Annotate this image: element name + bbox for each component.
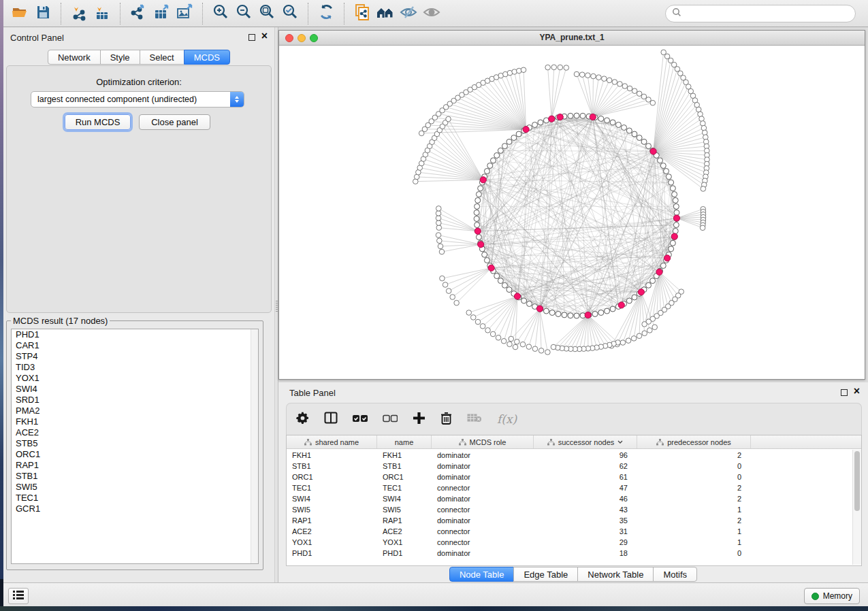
tab-edge-table[interactable]: Edge Table	[513, 567, 578, 582]
toolbar-separator	[344, 3, 344, 24]
eye-slash-icon	[399, 3, 418, 24]
cell-successor-nodes: 96	[534, 451, 637, 459]
import-table-icon	[93, 3, 111, 24]
show-columns-button[interactable]	[324, 412, 338, 427]
scrollbar-thumb[interactable]	[854, 451, 860, 511]
list-item[interactable]: TID3	[12, 362, 258, 373]
memory-button[interactable]: Memory	[804, 588, 860, 604]
search-box[interactable]	[665, 5, 856, 22]
refresh-button[interactable]	[315, 3, 338, 24]
cell-name: PHD1	[377, 549, 432, 557]
import-network-button[interactable]	[67, 3, 91, 24]
open-session-button[interactable]	[8, 3, 31, 24]
network-window-title: YPA_prune.txt_1	[279, 33, 865, 42]
criterion-dropdown[interactable]: largest connected component (undirected)	[31, 91, 244, 108]
export-table-button[interactable]	[150, 3, 173, 24]
list-item[interactable]: TEC1	[12, 493, 258, 503]
list-item[interactable]: PMA2	[12, 406, 258, 416]
close-panel-button[interactable]: Close panel	[139, 114, 210, 130]
sitemap-icon	[459, 439, 466, 446]
create-column-button[interactable]	[413, 412, 425, 427]
export-table-icon	[152, 3, 170, 24]
column-header-filler	[751, 435, 861, 448]
table-row[interactable]: SWI4SWI4dominator462	[287, 493, 852, 504]
cell-predecessor-nodes: 1	[637, 506, 751, 514]
network-canvas[interactable]	[279, 46, 865, 379]
tab-network[interactable]: Network	[48, 50, 101, 65]
search-input[interactable]	[682, 7, 855, 20]
table-row[interactable]: ORC1ORC1dominator610	[287, 472, 852, 482]
toolbar-separator	[308, 3, 308, 24]
table-row[interactable]: TEC1TEC1connector472	[287, 482, 852, 493]
automation-panel-button[interactable]	[8, 588, 29, 604]
list-item[interactable]: SRD1	[12, 395, 258, 406]
delete-column-button[interactable]	[440, 412, 452, 427]
zoom-in-button[interactable]	[209, 3, 232, 24]
table-settings-button[interactable]	[296, 412, 309, 427]
optimization-criterion-label: Optimization criterion:	[7, 77, 271, 87]
cell-name: ORC1	[377, 473, 432, 481]
column-header-mcds-role[interactable]: MCDS role	[432, 435, 534, 448]
first-neighbors-button[interactable]	[374, 3, 397, 24]
tab-motifs[interactable]: Motifs	[653, 567, 697, 582]
close-icon[interactable]: ×	[854, 385, 860, 397]
hide-selected-button[interactable]	[397, 3, 420, 24]
float-window-icon[interactable]	[248, 34, 255, 41]
table-row[interactable]: SWI5SWI5connector431	[287, 504, 852, 515]
cell-mcds-role: dominator	[432, 462, 534, 470]
list-item[interactable]: RAP1	[12, 460, 258, 471]
import-table-button[interactable]	[91, 3, 114, 24]
column-header-predecessor-nodes[interactable]: predecessor nodes	[637, 435, 751, 448]
checked-boxes-icon	[353, 413, 368, 425]
list-item[interactable]: CAR1	[12, 340, 258, 351]
list-item[interactable]: PHD1	[12, 329, 258, 340]
cell-shared-name: RAP1	[287, 516, 377, 525]
save-session-button[interactable]	[31, 3, 54, 24]
list-item[interactable]: ACE2	[12, 427, 258, 438]
node-table: shared name name MCDS role successor nod…	[286, 435, 862, 566]
run-mcds-button[interactable]: Run MCDS	[65, 114, 131, 130]
list-item[interactable]: SWI4	[12, 384, 258, 395]
select-all-button[interactable]	[353, 413, 368, 425]
houses-icon	[376, 3, 395, 24]
table-row[interactable]: ACE2ACE2connector311	[287, 526, 852, 537]
cell-shared-name: SWI4	[287, 495, 377, 503]
tab-network-table[interactable]: Network Table	[577, 567, 654, 582]
mcds-result-list[interactable]: PHD1CAR1STP4TID3YOX1SWI4SRD1PMA2FKH1ACE2…	[11, 329, 259, 564]
network-window-titlebar[interactable]: YPA_prune.txt_1	[279, 31, 865, 46]
list-item[interactable]: STB1	[12, 471, 258, 482]
list-item[interactable]: FKH1	[12, 416, 258, 427]
tab-style[interactable]: Style	[100, 50, 140, 65]
zoom-selected-icon	[281, 3, 299, 24]
zoom-selected-button[interactable]	[278, 3, 302, 24]
mcds-list-scrollbar[interactable]	[251, 329, 258, 563]
export-network-button[interactable]	[127, 3, 150, 24]
list-item[interactable]: STB5	[12, 438, 258, 449]
list-item[interactable]: SWI5	[12, 482, 258, 493]
zoom-out-button[interactable]	[232, 3, 255, 24]
list-item[interactable]: ORC1	[12, 449, 258, 460]
export-image-button[interactable]	[173, 3, 196, 24]
deselect-all-button[interactable]	[383, 413, 398, 425]
table-scrollbar[interactable]	[852, 450, 861, 565]
show-all-button[interactable]	[420, 3, 443, 24]
column-header-successor-nodes[interactable]: successor nodes	[534, 435, 637, 448]
table-row[interactable]: STB1STB1dominator620	[287, 461, 852, 472]
table-row[interactable]: RAP1RAP1dominator352	[287, 515, 852, 526]
share-session-button[interactable]	[351, 3, 374, 24]
cell-successor-nodes: 47	[534, 484, 637, 492]
tab-mcds[interactable]: MCDS	[184, 50, 230, 65]
table-row[interactable]: YOX1YOX1connector291	[287, 537, 852, 548]
tab-select[interactable]: Select	[140, 50, 184, 65]
list-item[interactable]: GCR1	[12, 503, 258, 514]
column-header-shared-name[interactable]: shared name	[287, 435, 377, 448]
zoom-fit-button[interactable]	[255, 3, 278, 24]
list-item[interactable]: STP4	[12, 351, 258, 362]
table-row[interactable]: FKH1FKH1dominator962	[287, 450, 852, 461]
column-header-name[interactable]: name	[377, 435, 432, 448]
table-row[interactable]: PHD1PHD1dominator180	[287, 548, 852, 559]
list-item[interactable]: YOX1	[12, 373, 258, 384]
float-window-icon[interactable]	[841, 389, 848, 396]
close-icon[interactable]: ×	[261, 30, 268, 42]
tab-node-table[interactable]: Node Table	[449, 567, 515, 582]
